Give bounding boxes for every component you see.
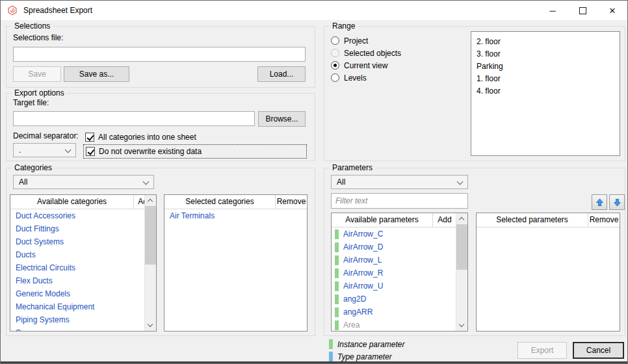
maximize-icon [579, 7, 586, 14]
remove-column[interactable]: Remove [588, 213, 620, 227]
scroll-down-icon[interactable] [145, 320, 156, 331]
chevron-down-icon [65, 147, 72, 153]
parameter-filter-input[interactable] [331, 193, 468, 209]
level-item[interactable]: 1. floor [471, 73, 620, 85]
selected-categories-list: Air Terminals [164, 209, 307, 222]
parameter-item[interactable]: angARR [332, 306, 467, 318]
scroll-up-icon[interactable] [145, 195, 156, 206]
checkbox-checked-icon[interactable] [85, 133, 94, 142]
range-radio-option[interactable]: Levels [331, 72, 401, 84]
range-radio-option[interactable]: Project [331, 34, 401, 47]
category-item[interactable]: Spaces [10, 326, 156, 332]
radio-icon[interactable] [331, 61, 339, 70]
scrollbar[interactable] [144, 195, 156, 331]
category-item[interactable]: Duct Fittings [10, 222, 156, 235]
parameter-item[interactable]: AirArrow_L [332, 254, 467, 266]
save-button[interactable]: Save [13, 66, 61, 82]
no-overwrite-checkbox-row[interactable]: Do not overwrite existing data [83, 144, 307, 159]
level-item[interactable]: Parking [471, 60, 620, 73]
level-item[interactable]: 4. floor [471, 85, 620, 98]
instance-parameter-bar [335, 281, 339, 291]
radio-icon[interactable] [331, 73, 339, 82]
maximize-button[interactable] [568, 1, 597, 20]
instance-parameter-bar [335, 229, 339, 239]
browse-button[interactable]: Browse... [258, 111, 306, 127]
parameters-filter-select[interactable]: All [331, 175, 468, 189]
range-group-label: Range [330, 21, 358, 31]
save-as-button[interactable]: Save as... [64, 66, 129, 82]
scrollbar-thumb[interactable] [456, 224, 467, 270]
checkbox-checked-icon[interactable] [86, 147, 95, 156]
category-item[interactable]: Flex Ducts [10, 274, 156, 287]
parameter-name: AirArrow_R [343, 268, 383, 278]
type-parameter-legend: Type parameter [329, 352, 392, 361]
instance-parameter-bar [329, 339, 333, 349]
scroll-down-icon[interactable] [456, 320, 467, 331]
radio-label: Project [344, 36, 368, 46]
selected-categories-header: Selected categories Remove [164, 195, 307, 209]
parameter-item[interactable]: AirArrow_U [332, 280, 467, 292]
selected-parameters-listview: Selected parameters Remove [476, 213, 620, 332]
selected-parameters-column[interactable]: Selected parameters [477, 213, 588, 227]
parameter-item[interactable]: AirArrow_C [332, 228, 467, 240]
available-categories-column[interactable]: Available categories [10, 195, 134, 209]
export-button[interactable]: Export [517, 342, 567, 359]
move-up-button[interactable] [592, 194, 607, 210]
type-parameter-bar [329, 352, 333, 361]
parameter-item[interactable]: ang2D [332, 292, 467, 306]
radio-icon[interactable] [331, 36, 339, 45]
move-down-button[interactable] [609, 194, 625, 210]
categories-group-label: Categories [12, 163, 55, 173]
range-radio-option[interactable]: Selected objects [331, 47, 401, 59]
categories-filter-select[interactable]: All [13, 175, 154, 189]
selections-group-label: Selections [12, 21, 53, 31]
parameter-item[interactable]: AirArrow_D [332, 240, 467, 254]
selections-file-input[interactable] [13, 47, 306, 62]
level-item[interactable]: 2. floor [471, 36, 620, 48]
parameter-item[interactable]: Area [332, 318, 467, 332]
category-item[interactable]: Ducts [10, 248, 156, 261]
decimal-separator-select[interactable]: . [13, 143, 76, 157]
parameter-name: AirArrow_D [343, 242, 383, 252]
available-parameters-column[interactable]: Available parameters [332, 213, 433, 227]
target-file-input[interactable] [13, 111, 255, 126]
selected-categories-column[interactable]: Selected categories [164, 195, 276, 209]
range-group: Range Project Selected objects Current v… [324, 26, 625, 161]
export-options-group-label: Export options [12, 88, 67, 98]
parameters-group-label: Parameters [330, 163, 375, 173]
scrollbar-thumb[interactable] [145, 206, 156, 265]
title-bar: Spreadsheet Export ─ ✕ [1, 1, 627, 20]
available-parameters-listview: Available parameters Add AirArrow_C AirA… [331, 213, 468, 332]
category-item[interactable]: Electrical Circuits [10, 261, 156, 274]
remove-column[interactable]: Remove [276, 195, 307, 209]
app-logo-icon [7, 5, 18, 16]
categories-group: Categories All Available categories Add … [6, 168, 315, 336]
category-item[interactable]: Mechanical Equipment [10, 300, 156, 313]
parameters-group: Parameters All Available parameters Add … [324, 168, 625, 336]
category-item[interactable]: Generic Models [10, 287, 156, 300]
parameter-item[interactable]: AirArrow_R [332, 266, 467, 280]
target-file-label: Target file: [13, 98, 49, 107]
scrollbar[interactable] [456, 213, 467, 331]
category-item[interactable]: Duct Systems [10, 235, 156, 248]
minimize-button[interactable]: ─ [538, 1, 568, 20]
window-bottom-edge [1, 361, 627, 363]
levels-listbox[interactable]: 2. floor 3. floor Parking 1. floor 4. fl… [471, 31, 620, 156]
cancel-button[interactable]: Cancel [573, 342, 624, 359]
load-button[interactable]: Load... [257, 66, 306, 82]
scroll-up-icon[interactable] [456, 213, 467, 224]
category-item[interactable]: Duct Accessories [10, 209, 156, 222]
close-button[interactable]: ✕ [597, 1, 627, 20]
selections-group: Selections Selections file: Save Save as… [6, 26, 315, 88]
category-item[interactable]: Air Terminals [164, 209, 307, 222]
range-radio-option[interactable]: Current view [331, 59, 401, 72]
decimal-separator-label: Decimal separator: [13, 131, 79, 140]
radio-icon[interactable] [331, 49, 339, 57]
decimal-separator-value: . [19, 146, 21, 155]
level-item[interactable]: 3. floor [471, 48, 620, 60]
instance-parameter-bar [335, 307, 339, 317]
category-item[interactable]: Piping Systems [10, 313, 156, 326]
add-column[interactable]: Add [433, 213, 456, 227]
window-title: Spreadsheet Export [23, 6, 92, 15]
all-categories-checkbox-row[interactable]: All categories into one sheet [85, 131, 196, 143]
